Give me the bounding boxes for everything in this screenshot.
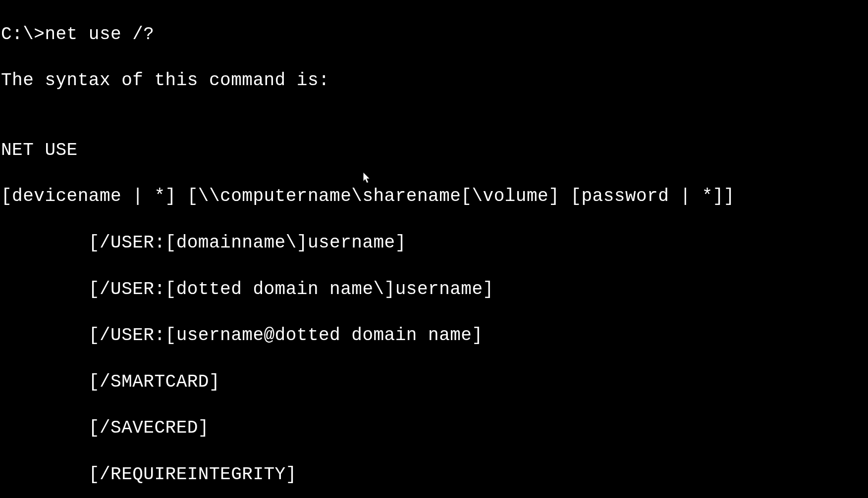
syntax-line: [/USER:[domainname\]username] <box>1 232 868 255</box>
syntax-line: [/REQUIREINTEGRITY] <box>1 463 868 487</box>
intro-text: The syntax of this command is: <box>1 69 868 93</box>
syntax-line: [/USER:[dotted domain name\]username] <box>1 278 868 301</box>
command-header: NET USE <box>1 139 868 162</box>
prompt-line: C:\>net use /? <box>1 23 868 47</box>
terminal-output[interactable]: C:\>net use /? The syntax of this comman… <box>0 0 868 498</box>
syntax-line: [/USER:[username@dotted domain name] <box>1 324 868 348</box>
syntax-line: [/SMARTCARD] <box>1 371 868 394</box>
syntax-line: [devicename | *] [\\computername\sharena… <box>1 185 868 208</box>
syntax-line: [/SAVECRED] <box>1 417 868 440</box>
